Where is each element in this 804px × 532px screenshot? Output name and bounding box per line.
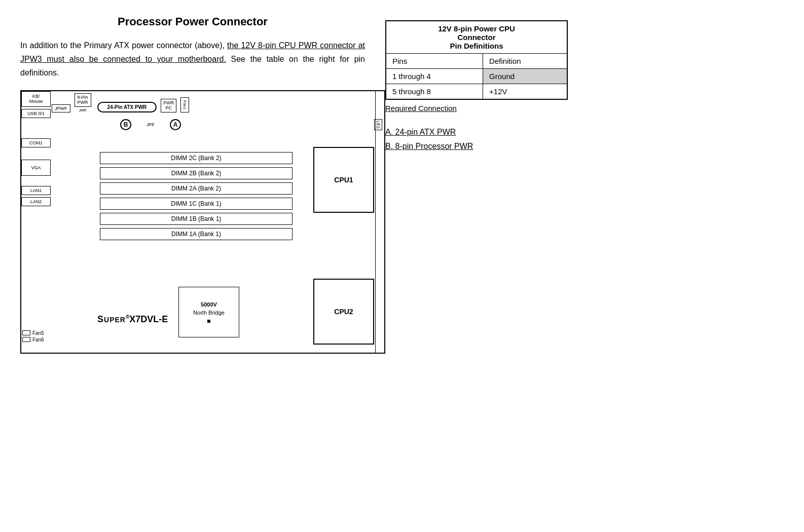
circle-b-label: B bbox=[120, 119, 131, 130]
table-title-line2: Connector bbox=[458, 33, 496, 42]
dimm-1a: DIMM 1A (Bank 1) bbox=[100, 228, 293, 240]
table-row-1: 1 through 4 Ground bbox=[386, 69, 567, 84]
fan1-connector: Fan1 bbox=[180, 97, 189, 112]
port-lan1: LAN1 bbox=[21, 186, 51, 195]
port-kb-mouse: KB/Mouse bbox=[21, 91, 51, 107]
pins-1-4: 1 through 4 bbox=[386, 69, 483, 84]
fan6-text: Fan6 bbox=[32, 337, 44, 343]
cpu2-box: CPU2 bbox=[313, 279, 374, 345]
fan-labels-area: Fan5 Fan6 bbox=[22, 330, 44, 343]
dimm-1c: DIMM 1C (Bank 1) bbox=[100, 198, 293, 210]
24pin-atx-pwr-oval: 24-Pin ATX PWR bbox=[97, 102, 157, 112]
fan6-box bbox=[22, 337, 30, 342]
jpf-label: JPF bbox=[147, 122, 155, 127]
cpu1-box: CPU1 bbox=[313, 147, 374, 213]
dimm-2a: DIMM 2A (Bank 2) bbox=[100, 182, 293, 195]
port-com1: COM1 bbox=[21, 138, 51, 147]
motherboard-diagram: KB/Mouse USB 0/1 COM1 VGA LAN1 LAN2 JPWF… bbox=[20, 90, 385, 354]
pin-definitions-table: 12V 8-pin Power CPU Connector Pin Defini… bbox=[385, 20, 568, 100]
dimm-2c: DIMM 2C (Bank 2) bbox=[100, 152, 293, 164]
port-vga: VGA bbox=[21, 160, 51, 176]
north-bridge-dot bbox=[207, 320, 210, 323]
north-bridge-box: 5000V North Bridge bbox=[178, 287, 239, 337]
table-title-line3: Pin Definitions bbox=[450, 42, 503, 50]
pins-5-8: 5 through 8 bbox=[386, 84, 483, 100]
intro-paragraph: In addition to the Primary ATX power con… bbox=[20, 39, 365, 80]
table-row-2: 5 through 8 +12V bbox=[386, 84, 567, 100]
jpwf-connector: JPWF bbox=[52, 104, 70, 112]
fan5-box bbox=[22, 330, 30, 335]
right-edge-bar bbox=[375, 91, 384, 353]
super-text: SUPER bbox=[97, 314, 126, 324]
labels-section: A. 24-pin ATX PWR B. 8-pin Processor PWR bbox=[385, 128, 598, 151]
fan5-label: Fan5 bbox=[22, 330, 44, 336]
model-text: X7DVL-E bbox=[129, 314, 168, 324]
port-usb: USB 0/1 bbox=[21, 109, 51, 118]
dimm-1b: DIMM 1B (Bank 1) bbox=[100, 213, 293, 225]
def-ground: Ground bbox=[483, 69, 567, 84]
required-connection-label: Required Connection bbox=[385, 104, 598, 112]
label-a: A. 24-pin ATX PWR bbox=[385, 128, 598, 137]
north-bridge-voltage: 5000V bbox=[201, 301, 217, 308]
label-b: B. 8-pin Processor PWR bbox=[385, 142, 598, 151]
page-title: Processor Power Connector bbox=[20, 15, 365, 28]
right-panel: 12V 8-pin Power CPU Connector Pin Defini… bbox=[385, 15, 598, 354]
col-definition-header: Definition bbox=[483, 54, 567, 69]
left-panel: Processor Power Connector In addition to… bbox=[20, 15, 365, 354]
supermicro-logo: SUPER®X7DVL-E bbox=[97, 314, 168, 325]
def-12v: +12V bbox=[483, 84, 567, 100]
intro-text-before: In addition to the Primary ATX power con… bbox=[20, 41, 227, 50]
8pin-pwr-connector: 8-PinPWR bbox=[75, 93, 91, 107]
table-title-line1: 12V 8-pin Power CPU bbox=[438, 24, 515, 33]
port-lan2: LAN2 bbox=[21, 197, 51, 206]
fan6-label: Fan6 bbox=[22, 337, 44, 343]
dimm-2b: DIMM 2B (Bank 2) bbox=[100, 167, 293, 179]
pwr-pc-box: PWRPC bbox=[161, 99, 176, 113]
north-bridge-label: North Bridge bbox=[193, 310, 225, 316]
dimm-area: DIMM 2C (Bank 2) DIMM 2B (Bank 2) DIMM 2… bbox=[100, 152, 293, 240]
fan5-text: Fan5 bbox=[32, 330, 44, 336]
circle-a-label: A bbox=[170, 119, 181, 130]
col-pins-header: Pins bbox=[386, 54, 483, 69]
jar-label: JAR bbox=[79, 108, 86, 112]
table-title: 12V 8-pin Power CPU Connector Pin Defini… bbox=[386, 21, 567, 54]
